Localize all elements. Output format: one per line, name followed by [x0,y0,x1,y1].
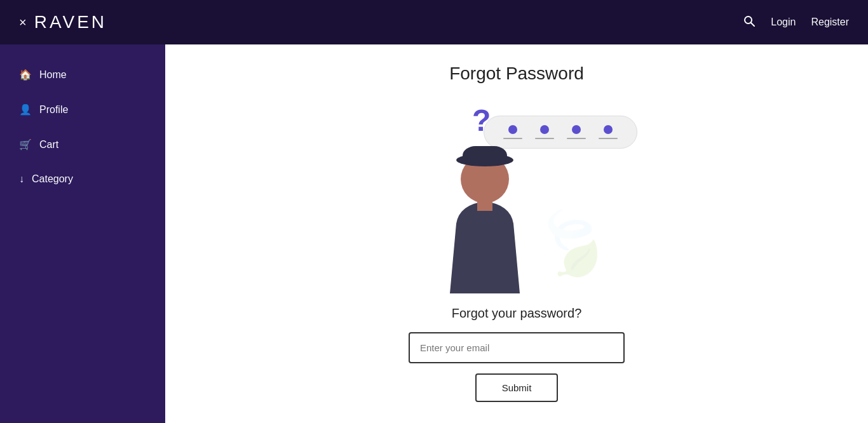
pwd-line-3 [567,138,586,139]
header-right: Login Register [743,15,849,30]
search-icon[interactable] [743,15,756,30]
sidebar-item-cart[interactable]: 🛒 Cart [0,127,165,162]
sidebar: 🏠 Home 👤 Profile 🛒 Cart ↓ Category [0,44,165,423]
sidebar-item-cart-label: Cart [39,139,58,151]
logo: Raven [34,12,107,32]
sidebar-item-profile-label: Profile [39,104,68,116]
form-subtitle: Forgot your password? [452,306,582,321]
close-icon[interactable]: × [19,15,27,30]
category-icon: ↓ [19,173,24,185]
svg-rect-4 [463,146,507,165]
cart-icon: 🛒 [19,138,32,151]
sidebar-item-category[interactable]: ↓ Category [0,162,165,196]
home-icon: 🏠 [19,69,32,81]
header-left: × Raven [19,12,107,32]
pwd-group-3 [567,125,586,139]
form-section: Forgot your password? Submit [409,306,625,402]
sidebar-item-home[interactable]: 🏠 Home [0,57,165,92]
person-illustration [421,122,548,293]
register-button[interactable]: Register [811,17,849,28]
email-input[interactable] [409,332,625,363]
page-title: Forgot Password [449,64,584,84]
submit-button[interactable]: Submit [475,373,559,402]
svg-rect-5 [477,198,492,211]
svg-line-1 [751,22,755,26]
pwd-dot-3 [572,125,581,134]
login-button[interactable]: Login [771,17,796,28]
sidebar-item-home-label: Home [39,69,67,81]
main-content: Forgot Password 🍃 [165,44,868,423]
sidebar-item-category-label: Category [32,173,73,185]
pwd-group-4 [599,125,618,139]
pwd-line-4 [599,138,618,139]
sidebar-item-profile[interactable]: 👤 Profile [0,92,165,127]
header: × Raven Login Register [0,0,868,44]
pwd-dot-4 [604,125,613,134]
layout: 🏠 Home 👤 Profile 🛒 Cart ↓ Category Forgo… [0,44,868,423]
profile-icon: 👤 [19,104,32,116]
illustration-area: 🍃 ? [383,97,650,293]
